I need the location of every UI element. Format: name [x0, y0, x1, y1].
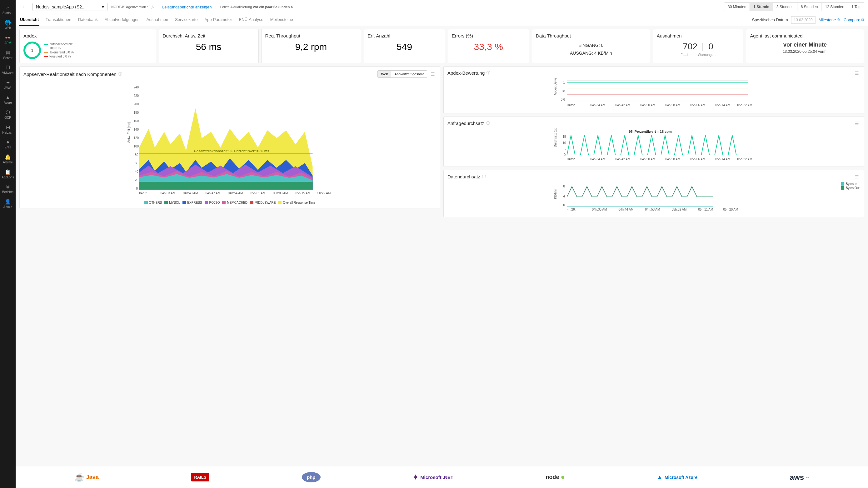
svg-text:05h:15 AM: 05h:15 AM: [296, 191, 311, 195]
svg-text:04h:58 AM: 04h:58 AM: [665, 157, 681, 161]
avg-response-card: Durchsch. Antw. Zeit 56 ms: [159, 29, 259, 63]
date-input[interactable]: 13.03.2020: [791, 16, 815, 24]
toggle-total[interactable]: Antwortzeit gesamt: [391, 71, 427, 78]
external-icon: ⧉: [862, 18, 864, 22]
node-logo: node⬢: [546, 474, 564, 481]
info-icon[interactable]: ⓘ: [486, 121, 490, 126]
sidebar-item-applogs[interactable]: 📋AppLogs: [0, 166, 16, 182]
tab-transactions[interactable]: Transaktionen: [45, 14, 72, 26]
sidebar-item-admin[interactable]: 👤Admin: [0, 196, 16, 211]
agent-card: Agent last communicated vor einer Minute…: [746, 29, 864, 63]
sidebar-item-azure[interactable]: ▲Azure: [0, 92, 16, 107]
apdex-score-circle: 1: [24, 41, 41, 59]
count-card: Erf. Anzahl 549: [364, 29, 445, 63]
network-icon: ⊞: [6, 124, 10, 130]
svg-text:8: 8: [563, 185, 565, 188]
svg-text:Antw. Zeit (ms): Antw. Zeit (ms): [127, 122, 131, 143]
app-selector-dropdown[interactable]: Nodejs_sampleApp (S2... ▾: [32, 3, 107, 11]
svg-text:04h:44 AM: 04h:44 AM: [619, 208, 634, 211]
perf-reports-link[interactable]: Leistungsberichte anzeigen: [162, 5, 212, 9]
time-1h[interactable]: 1 Stunde: [750, 3, 773, 11]
refresh-icon[interactable]: ↻: [290, 5, 293, 9]
footer-logos: ☕Java RAILS php ✦Microsoft .NET node⬢ ▲M…: [16, 466, 868, 488]
monitor-icon: 🖥: [5, 184, 10, 190]
chart-menu-icon[interactable]: ☰: [854, 121, 860, 126]
apdex-svg: Apdex-Bewertung 10,80,6 04h:2..04h:34 AM…: [447, 78, 860, 109]
svg-text:Apdex-Bewertung: Apdex-Bewertung: [554, 78, 557, 95]
svg-text:04h:42 AM: 04h:42 AM: [616, 103, 630, 107]
svg-text:200: 200: [134, 102, 139, 106]
swatch-icon: [44, 56, 48, 57]
sidebar-item-enu[interactable]: ●ENÜ: [0, 137, 16, 152]
agent-last-value: vor einer Minute: [750, 41, 860, 48]
back-arrow-icon[interactable]: ←: [19, 4, 29, 10]
sidebar-item-start[interactable]: ⌂Starts...: [0, 2, 16, 17]
svg-text:240: 240: [134, 86, 139, 89]
svg-text:95. Perzentilwert = 18 cpm: 95. Perzentilwert = 18 cpm: [629, 130, 672, 133]
errors-value: 33,3 %: [452, 41, 525, 52]
tab-milestones[interactable]: Meilensteine: [270, 14, 294, 26]
eye-icon: ●: [6, 139, 9, 145]
svg-text:04h:50 AM: 04h:50 AM: [641, 157, 655, 161]
tab-enu-analysis[interactable]: ENÜ-Analyse: [239, 14, 264, 26]
server-icon: ▤: [6, 50, 10, 56]
milestone-link[interactable]: Milestone ✎: [818, 18, 840, 22]
sidebar-item-aws[interactable]: ✦AWS: [0, 77, 16, 92]
time-30m[interactable]: 30 Minuten: [724, 3, 750, 11]
svg-text:10: 10: [563, 141, 566, 145]
svg-text:05h:22 AM: 05h:22 AM: [737, 157, 752, 161]
svg-text:5: 5: [564, 148, 566, 151]
edit-icon: ✎: [837, 18, 840, 22]
chevron-down-icon: ▾: [102, 4, 104, 9]
sidebar-item-network[interactable]: ⊞Netzw...: [0, 122, 16, 137]
tab-servicemap[interactable]: Servicekarte: [174, 14, 198, 26]
svg-text:04h:2..: 04h:2..: [567, 157, 577, 161]
svg-text:180: 180: [134, 111, 139, 114]
svg-text:1: 1: [563, 81, 565, 84]
throughput-svg: Durchsatz (cpm) 151050 95. Perzentilwert…: [447, 128, 860, 163]
chart-menu-icon[interactable]: ☰: [854, 71, 860, 75]
info-icon[interactable]: ⓘ: [487, 70, 490, 75]
svg-text:100: 100: [134, 145, 139, 148]
tab-exceptions[interactable]: Ausnahmen: [146, 14, 169, 26]
sidebar-item-gcp[interactable]: ⬡GCP: [0, 107, 16, 122]
sidebar-item-vmware[interactable]: ☐VMware: [0, 62, 16, 77]
tab-traces[interactable]: Ablaufverfolgungen: [104, 14, 140, 26]
svg-text:4h:26..: 4h:26..: [567, 208, 577, 211]
time-12h[interactable]: 12 Stunden: [822, 3, 848, 11]
apdex-title: Apdex: [24, 33, 152, 38]
svg-text:05h:22 AM: 05h:22 AM: [737, 103, 752, 107]
rails-logo: RAILS: [191, 473, 209, 482]
sidebar-item-web[interactable]: 🌐Web: [0, 17, 16, 32]
sidebar-item-apm[interactable]: 👓APM: [0, 32, 16, 47]
specific-date-label: Spezifisches Datum: [752, 18, 788, 22]
info-icon[interactable]: ⓘ: [482, 174, 486, 179]
sidebar-item-reports[interactable]: 🖥Berichte: [0, 182, 16, 196]
aws-icon: ✦: [6, 80, 10, 86]
svg-text:04h:33 AM: 04h:33 AM: [161, 191, 176, 195]
response-legend: OTHERS MYSQL EXPRESS POJSO MEMCACHED MID…: [24, 201, 436, 204]
tab-app-params[interactable]: App-Parameter: [204, 14, 232, 26]
sidebar-item-server[interactable]: ▤Server: [0, 47, 16, 62]
count-value: 549: [368, 41, 441, 52]
time-3h[interactable]: 3 Stunden: [773, 3, 797, 11]
php-logo: php: [302, 472, 320, 482]
chart-menu-icon[interactable]: ☰: [430, 71, 436, 77]
agent-timestamp: 13.03.2020 05:25:04 vorm.: [750, 49, 860, 54]
toggle-web[interactable]: Web: [378, 71, 391, 78]
swatch-icon: [44, 44, 48, 45]
svg-text:05h:02 AM: 05h:02 AM: [672, 208, 687, 211]
svg-text:Gesamtreaktionszeit 95. Perzen: Gesamtreaktionszeit 95. Perzentilwert = …: [194, 149, 269, 153]
svg-text:05h:08 AM: 05h:08 AM: [273, 191, 288, 195]
svg-text:0,8: 0,8: [561, 89, 565, 93]
compare-link[interactable]: Compare ⧉: [844, 18, 864, 23]
svg-text:Durchsatz (cpm): Durchsatz (cpm): [554, 128, 557, 147]
time-1d[interactable]: 1 Tag: [848, 3, 864, 11]
tab-database[interactable]: Datenbank: [78, 14, 98, 26]
time-6h[interactable]: 6 Stunden: [797, 3, 822, 11]
svg-text:80: 80: [135, 153, 139, 156]
info-icon[interactable]: ⓘ: [118, 71, 122, 77]
tab-overview[interactable]: Übersicht: [19, 14, 39, 26]
chart-menu-icon[interactable]: ☰: [854, 174, 860, 179]
sidebar-item-alarms[interactable]: 🔔Alarme: [0, 152, 16, 166]
